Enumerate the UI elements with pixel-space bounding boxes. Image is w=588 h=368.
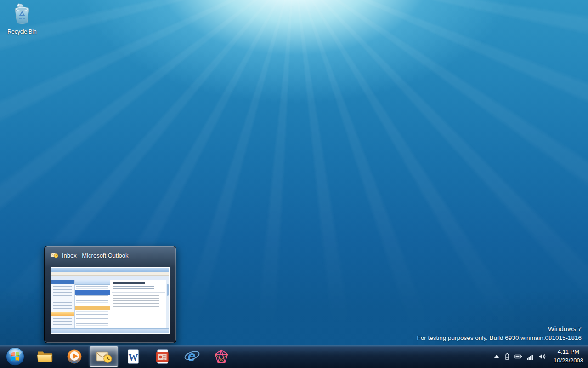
outlook-icon [95,348,113,365]
clock-time: 4:11 PM [554,348,583,356]
thumbnail-title: Inbox - Microsoft Outlook [62,252,129,259]
outlook-icon [50,251,58,260]
outlook-message-list [75,280,110,328]
word-letter: W [129,352,138,363]
battery-icon[interactable] [514,354,523,359]
taskbar: W e [0,345,588,368]
outlook-preview-mock [51,268,169,333]
outlook-statusbar [51,328,169,333]
show-hidden-icons-chevron[interactable] [493,354,500,359]
recycle-bin[interactable]: Recycle Bin [4,2,40,35]
taskbar-button-media-player[interactable] [60,346,89,367]
taskbar-button-unknown-app[interactable] [207,346,236,367]
recycle-bin-label: Recycle Bin [4,29,40,35]
ie-letter: e [187,348,195,364]
taskbar-button-windows-explorer[interactable] [31,346,59,367]
powerpoint-icon [154,348,171,365]
taskbar-button-powerpoint[interactable] [148,346,177,367]
clock-date: 10/23/2008 [554,356,583,365]
pen-icon[interactable] [504,353,510,360]
watermark-build-string: For testing purposes only. Build 6930.wi… [417,334,582,341]
outlook-titlebar [51,268,169,272]
outlook-nav-pane [51,280,75,328]
network-signal-icon[interactable] [527,354,534,360]
watermark-os-name: Windows 7 [417,325,582,333]
recycle-bin-icon [10,19,34,27]
outlook-main [51,280,169,328]
volume-icon[interactable] [538,353,546,360]
folder-icon [36,348,54,365]
media-player-icon [66,348,83,365]
taskbar-button-word[interactable]: W [119,346,147,367]
winver-watermark: Windows 7 For testing purposes only. Bui… [417,325,582,341]
taskbar-button-internet-explorer[interactable]: e [178,346,206,367]
outlook-window-thumbnail[interactable] [51,267,170,334]
taskbar-clock[interactable]: 4:11 PM 10/23/2008 [554,348,583,365]
taskbar-thumbnail-preview[interactable]: Inbox - Microsoft Outlook [44,246,176,343]
thumbnail-title-row: Inbox - Microsoft Outlook [45,246,176,264]
outlook-toolbar [51,276,169,280]
pink-wireframe-icon [213,348,230,365]
outlook-reading-pane [110,280,169,328]
windows-orb-icon [6,347,25,366]
start-button[interactable] [6,347,25,366]
desktop: Recycle Bin Windows 7 For testing purpos… [0,0,588,368]
taskbar-button-outlook[interactable] [90,346,118,367]
ie-icon: e [183,347,201,366]
outlook-menubar [51,272,169,276]
word-icon: W [124,348,142,365]
system-tray [493,353,546,360]
